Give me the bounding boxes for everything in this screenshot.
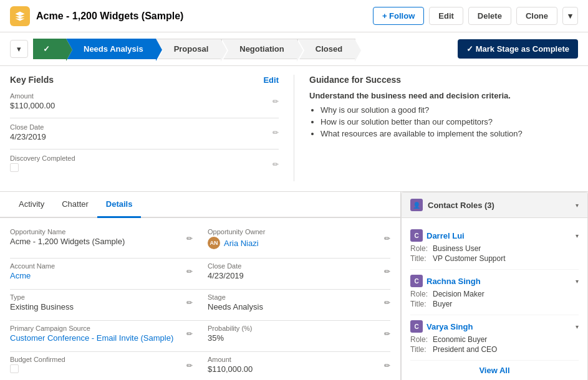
detail-account-name: Account Name Acme ✏ [10, 262, 193, 280]
budget-confirmed-label: Budget Confirmed [10, 356, 193, 363]
discovery-checkbox[interactable] [10, 163, 19, 172]
contact-varya-more-icon[interactable]: ▾ [576, 323, 579, 330]
title-label-2: Title: [410, 300, 430, 308]
close-date-detail-value: 4/23/2019 [208, 271, 390, 280]
contact-darrel-more-icon[interactable]: ▾ [576, 232, 579, 239]
guidance-list: Why is our solution a good fit? How is o… [309, 105, 578, 138]
tab-chatter[interactable]: Chatter [53, 192, 97, 217]
stage-detail-label: Stage [208, 293, 390, 301]
detail-row-2: Account Name Acme ✏ Close Date 4/23/2019… [10, 262, 390, 280]
amount-edit-icon[interactable]: ✏ [272, 97, 279, 106]
role-label-3: Role: [410, 335, 430, 344]
detail-close-date: Close Date 4/23/2019 ✏ [208, 262, 390, 280]
primary-campaign-edit-icon[interactable]: ✏ [186, 330, 193, 338]
view-all-contacts-link[interactable]: View All [410, 361, 579, 380]
stage-label: Closed [316, 44, 342, 54]
account-name-value[interactable]: Acme [10, 271, 193, 280]
follow-button[interactable]: + Follow [373, 7, 424, 25]
right-panel: 👤 Contact Roles (3) ▾ C Darrel Lui ▾ [401, 192, 588, 380]
contact-roles-collapse-icon[interactable]: ▾ [576, 202, 579, 209]
field-amount: Amount $110,000.00 ✏ [10, 92, 279, 110]
budget-confirmed-checkbox[interactable] [10, 364, 19, 373]
key-fields-title: Key Fields [10, 75, 54, 85]
clone-button[interactable]: Clone [516, 7, 557, 25]
title-value-3: President and CEO [433, 345, 497, 354]
edit-button[interactable]: Edit [429, 7, 463, 25]
account-name-edit-icon[interactable]: ✏ [186, 267, 193, 276]
detail-budget-confirmed: Budget Confirmed ✏ [10, 356, 193, 375]
stage-negotiation[interactable]: Negotiation [221, 39, 297, 59]
contact-varya-singh: C Varya Singh ▾ Role: Economic Buyer Tit… [410, 315, 579, 361]
stage-needs-analysis[interactable]: Needs Analysis [66, 39, 156, 59]
type-value: Existing Business [10, 302, 193, 311]
amount-detail-edit-icon[interactable]: ✏ [384, 361, 390, 370]
contact-darrel-icon: C [410, 229, 423, 242]
opp-name-edit-icon[interactable]: ✏ [186, 234, 193, 243]
opp-owner-edit-icon[interactable]: ✏ [384, 234, 390, 243]
detail-stage: Stage Needs Analysis ✏ [208, 293, 390, 311]
stage-label: Needs Analysis [84, 44, 143, 54]
contact-darrel-role: Role: Business User [410, 244, 579, 253]
key-fields: Key Fields Edit Amount $110,000.00 ✏ Clo… [10, 75, 294, 181]
contact-varya-name[interactable]: C Varya Singh [410, 320, 473, 333]
contact-darrel-title: Title: VP Customer Support [410, 254, 579, 263]
discovery-edit-icon[interactable]: ✏ [272, 160, 279, 169]
tabs-bar: Activity Chatter Details [0, 192, 400, 218]
opp-name-value: Acme - 1,200 Widgets (Sample) [10, 237, 193, 246]
probability-edit-icon[interactable]: ✏ [384, 330, 390, 338]
probability-value: 35% [208, 333, 390, 343]
role-value-2: Decision Maker [433, 290, 484, 298]
owner-avatar: AN [208, 237, 220, 249]
amount-detail-label: Amount [208, 356, 390, 363]
type-edit-icon[interactable]: ✏ [186, 298, 193, 307]
detail-row-4: Primary Campaign Source Customer Confere… [10, 325, 390, 343]
contact-darrel-name[interactable]: C Darrel Lui [410, 229, 465, 242]
amount-label: Amount [10, 92, 279, 100]
amount-value: $110,000.00 [10, 101, 279, 110]
role-label-2: Role: [410, 290, 430, 298]
contact-rachna-icon: C [410, 275, 423, 287]
close-date-edit-icon[interactable]: ✏ [272, 128, 279, 137]
opp-name-label: Opportunity Name [10, 228, 193, 235]
primary-campaign-value[interactable]: Customer Conference - Email Invite (Samp… [10, 333, 193, 343]
opp-owner-value[interactable]: AN Aria Niazi [208, 237, 390, 249]
details-content: Opportunity Name Acme - 1,200 Widgets (S… [0, 218, 400, 380]
checkmark-icon: ✓ [43, 44, 50, 54]
guidance-section: Guidance for Success Understand the busi… [294, 75, 578, 181]
stage-bar: ▾ ✓ Needs Analysis Proposal Negotiation … [0, 32, 588, 66]
tab-details[interactable]: Details [97, 192, 142, 218]
close-date-detail-label: Close Date [208, 262, 390, 270]
probability-label: Probability (%) [208, 325, 390, 332]
contact-rachna-name[interactable]: C Rachna Singh [410, 275, 481, 287]
stage-detail-value: Needs Analysis [208, 302, 390, 311]
contact-rachna-role: Role: Decision Maker [410, 290, 579, 298]
contact-varya-icon: C [410, 320, 423, 333]
detail-primary-campaign: Primary Campaign Source Customer Confere… [10, 325, 193, 343]
guidance-item-2: How is our solution better than our comp… [321, 117, 578, 126]
stage-completed[interactable]: ✓ [33, 39, 66, 59]
budget-confirmed-edit-icon[interactable]: ✏ [186, 361, 193, 370]
key-fields-edit-link[interactable]: Edit [263, 75, 279, 85]
key-fields-section: Key Fields Edit Amount $110,000.00 ✏ Clo… [0, 66, 588, 192]
stage-detail-edit-icon[interactable]: ✏ [384, 298, 390, 307]
guidance-item-1: Why is our solution a good fit? [321, 105, 578, 115]
contact-roles-body: C Darrel Lui ▾ Role: Business User Title… [402, 218, 587, 380]
close-date-value: 4/23/2019 [10, 132, 279, 141]
detail-type: Type Existing Business ✏ [10, 293, 193, 311]
detail-amount: Amount $110,000.00 ✏ [208, 356, 390, 375]
mark-stage-complete-button[interactable]: ✓ Mark Stage as Complete [458, 39, 578, 59]
more-actions-button[interactable]: ▾ [562, 7, 578, 25]
field-discovery-completed: Discovery Completed ✏ [10, 154, 279, 174]
contact-rachna-singh: C Rachna Singh ▾ Role: Decision Maker Ti… [410, 270, 579, 315]
key-fields-header: Key Fields Edit [10, 75, 279, 85]
stage-dropdown-button[interactable]: ▾ [10, 40, 28, 58]
contact-rachna-more-icon[interactable]: ▾ [576, 278, 579, 285]
stage-closed[interactable]: Closed [297, 39, 355, 59]
stage-proposal[interactable]: Proposal [156, 39, 222, 59]
close-date-detail-edit-icon[interactable]: ✏ [384, 267, 390, 276]
tab-activity[interactable]: Activity [10, 192, 53, 217]
contact-roles-title: 👤 Contact Roles (3) [410, 199, 494, 211]
delete-button[interactable]: Delete [468, 7, 511, 25]
stage-label: Proposal [174, 44, 209, 54]
contact-roles-header: 👤 Contact Roles (3) ▾ [402, 192, 587, 218]
